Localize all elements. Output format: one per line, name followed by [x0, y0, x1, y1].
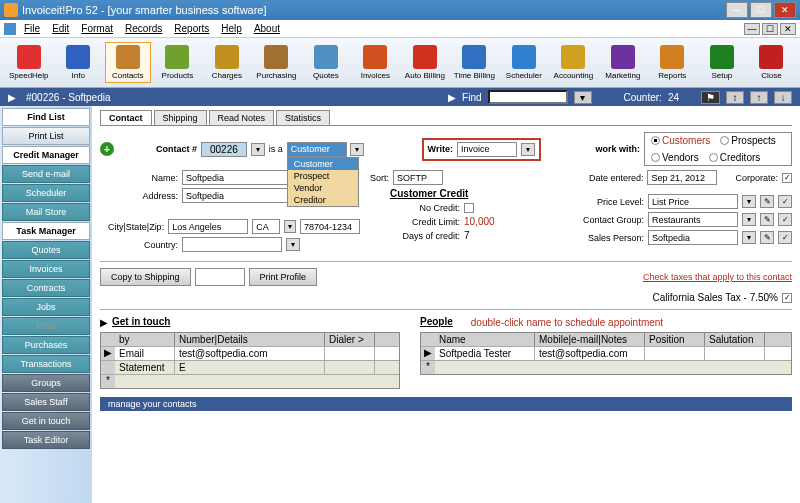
toolbar-reports[interactable]: Reports	[650, 43, 696, 82]
col-header[interactable]: Position	[645, 333, 705, 346]
toolbar-quotes[interactable]: Quotes	[303, 43, 349, 82]
table-row[interactable]: ▶Softpedia Testertest@softpedia.com	[421, 346, 791, 360]
menu-edit[interactable]: Edit	[46, 23, 75, 34]
cell[interactable]	[325, 361, 375, 374]
type-option-customer[interactable]: Customer	[288, 158, 358, 170]
find-input[interactable]	[488, 90, 568, 104]
workwith-customers[interactable]: Customers	[651, 135, 710, 146]
new-row-marker[interactable]: *	[421, 361, 435, 374]
menu-format[interactable]: Format	[75, 23, 119, 34]
pricelevel-edit-icon[interactable]: ✎	[760, 195, 774, 208]
group-check-icon[interactable]: ✓	[778, 213, 792, 226]
type-dropdown[interactable]: ▾	[350, 143, 364, 156]
toolbar-speedhelp[interactable]: SpeedHelp	[6, 43, 52, 82]
sidebar-find-list[interactable]: Find List	[2, 108, 90, 126]
pricelevel-dropdown[interactable]: ▾	[742, 195, 756, 208]
new-row-marker[interactable]: *	[101, 375, 115, 388]
cell[interactable]	[705, 347, 765, 360]
sales-check-icon[interactable]: ✓	[778, 231, 792, 244]
type-option-creditor[interactable]: Creditor	[288, 194, 358, 206]
group-field[interactable]	[648, 212, 738, 227]
col-header[interactable]: Dialer >	[325, 333, 375, 346]
write-select[interactable]: Invoice	[457, 142, 517, 157]
close-button[interactable]: ✕	[774, 2, 796, 18]
cell[interactable]: Softpedia Tester	[435, 347, 535, 360]
menu-about[interactable]: About	[248, 23, 286, 34]
write-dropdown[interactable]: ▾	[521, 143, 535, 156]
sales-field[interactable]	[648, 230, 738, 245]
menu-file[interactable]: File	[18, 23, 46, 34]
cell[interactable]: Email	[115, 347, 175, 360]
add-contact-icon[interactable]: +	[100, 142, 114, 156]
cell[interactable]	[645, 347, 705, 360]
type-field[interactable]: Customer	[287, 142, 347, 157]
minimize-button[interactable]: —	[726, 2, 748, 18]
sidebar-scheduler[interactable]: Scheduler	[2, 184, 90, 202]
sidebar-transactions[interactable]: Transactions	[2, 355, 90, 373]
sidebar-mail-store[interactable]: Mail Store	[2, 203, 90, 221]
print-profile-button[interactable]: Print Profile	[249, 268, 318, 286]
pricelevel-field[interactable]	[648, 194, 738, 209]
sidebar-purchases[interactable]: Purchases	[2, 336, 90, 354]
type-option-vendor[interactable]: Vendor	[288, 182, 358, 194]
workwith-vendors[interactable]: Vendors	[651, 152, 699, 163]
sidebar-task-manager[interactable]: Task Manager	[2, 222, 90, 240]
corporate-checkbox[interactable]: ✓	[782, 173, 792, 183]
toolbar-scheduler[interactable]: Scheduler	[501, 43, 547, 82]
state-field[interactable]	[252, 219, 280, 234]
nav-down[interactable]: ↓	[774, 91, 792, 104]
sidebar-contracts[interactable]: Contracts	[2, 279, 90, 297]
sidebar-task-editor[interactable]: Task Editor	[2, 431, 90, 449]
sidebar-get-in-touch[interactable]: Get in touch	[2, 412, 90, 430]
group-dropdown[interactable]: ▾	[742, 213, 756, 226]
cell[interactable]: E	[175, 361, 325, 374]
country-field[interactable]	[182, 237, 282, 252]
toolbar-info[interactable]: Info	[56, 43, 102, 82]
toolbar-charges[interactable]: Charges	[204, 43, 250, 82]
zip-field[interactable]	[300, 219, 360, 234]
toolbar-setup[interactable]: Setup	[699, 43, 745, 82]
nocredit-checkbox[interactable]	[464, 203, 474, 213]
tab-read-notes[interactable]: Read Notes	[209, 110, 275, 125]
sidebar-jobs[interactable]: Jobs	[2, 298, 90, 316]
check-taxes-link[interactable]: Check taxes that apply to this contact	[643, 272, 792, 282]
sidebar-sales-staff[interactable]: Sales Staff	[2, 393, 90, 411]
sort-field[interactable]	[393, 170, 443, 185]
nav-up[interactable]: ↑	[750, 91, 768, 104]
tab-contact[interactable]: Contact	[100, 110, 152, 125]
col-header[interactable]: Name	[435, 333, 535, 346]
tax-checkbox[interactable]: ✓	[782, 293, 792, 303]
sidebar-groups[interactable]: Groups	[2, 374, 90, 392]
col-header[interactable]: Mobile|e-mail|Notes	[535, 333, 645, 346]
table-row[interactable]: ▶Emailtest@softpedia.com	[101, 346, 399, 360]
child-close[interactable]: ✕	[780, 23, 796, 35]
date-field[interactable]	[647, 170, 717, 185]
toolbar-products[interactable]: Products	[155, 43, 201, 82]
tab-statistics[interactable]: Statistics	[276, 110, 330, 125]
col-header[interactable]: Number|Details	[175, 333, 325, 346]
system-menu-icon[interactable]	[4, 23, 16, 35]
sales-dropdown[interactable]: ▾	[742, 231, 756, 244]
toolbar-close[interactable]: Close	[749, 43, 795, 82]
menu-reports[interactable]: Reports	[168, 23, 215, 34]
sidebar-credit-manager[interactable]: Credit Manager	[2, 146, 90, 164]
child-maximize[interactable]: ☐	[762, 23, 778, 35]
group-edit-icon[interactable]: ✎	[760, 213, 774, 226]
workwith-prospects[interactable]: Prospects	[720, 135, 775, 146]
menu-records[interactable]: Records	[119, 23, 168, 34]
type-option-prospect[interactable]: Prospect	[288, 170, 358, 182]
col-header[interactable]: by	[115, 333, 175, 346]
child-minimize[interactable]: —	[744, 23, 760, 35]
country-dropdown[interactable]: ▾	[286, 238, 300, 251]
sidebar-p-os[interactable]: P/Os	[2, 317, 90, 335]
sidebar-invoices[interactable]: Invoices	[2, 260, 90, 278]
sidebar-print-list[interactable]: Print List	[2, 127, 90, 145]
city-field[interactable]	[168, 219, 248, 234]
toolbar-auto-billing[interactable]: Auto Billing	[402, 43, 448, 82]
contact-num-dropdown[interactable]: ▾	[251, 143, 265, 156]
sales-edit-icon[interactable]: ✎	[760, 231, 774, 244]
copy-shipping-button[interactable]: Copy to Shipping	[100, 268, 191, 286]
nav-btn-1[interactable]: ⚑	[701, 91, 720, 104]
col-header[interactable]: Salutation	[705, 333, 765, 346]
maximize-button[interactable]: ☐	[750, 2, 772, 18]
